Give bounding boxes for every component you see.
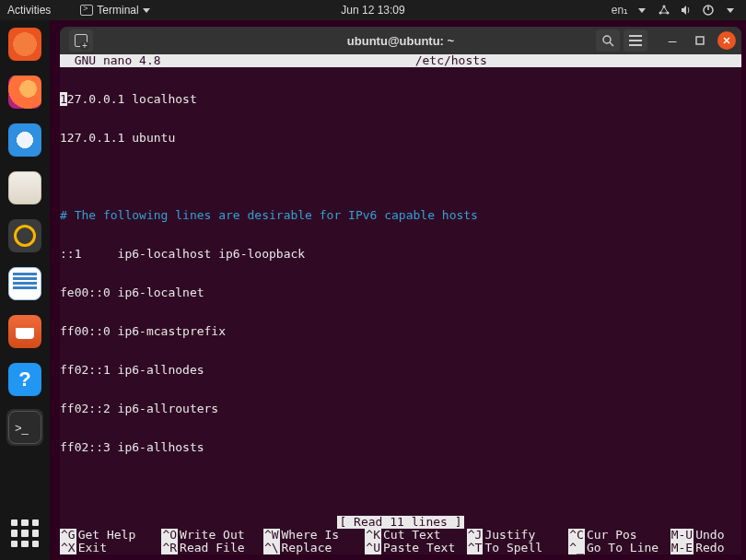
files-icon [8, 171, 41, 204]
shortcut-undo: M-UUndo [670, 529, 741, 542]
dock-item-rhythmbox[interactable] [6, 217, 43, 254]
shortcut-help: ^GGet Help [60, 529, 161, 542]
close-icon [722, 36, 731, 45]
shortcut-paste: ^UPaste Text [365, 542, 466, 554]
desktop: ubuntu@ubuntu: ~ ‒ GNU nano 4.8 [50, 20, 746, 560]
nano-buffer[interactable]: 127.0.0.1 localhost 127.0.1.1 ubuntu # T… [60, 67, 741, 516]
clock[interactable]: Jun 12 13:09 [341, 4, 404, 17]
shortcut-exit: ^XExit [60, 542, 161, 554]
app-menu-label: Terminal [97, 4, 138, 17]
show-applications-button[interactable] [11, 519, 39, 547]
dock-item-files[interactable] [6, 169, 43, 206]
nano-filename: /etc/hosts [415, 54, 487, 67]
terminal-content[interactable]: GNU nano 4.8 /etc/hosts 127.0.0.1 localh… [60, 54, 741, 554]
nano-header: GNU nano 4.8 /etc/hosts [60, 54, 741, 67]
dock-item-thunderbird[interactable] [6, 122, 43, 158]
svg-line-6 [610, 42, 613, 46]
nano-version: GNU nano 4.8 [60, 54, 161, 67]
new-tab-button[interactable] [69, 29, 93, 52]
shortcut-spell: ^TTo Spell [467, 542, 568, 554]
nano-status-bar: [ Read 11 lines ] [60, 516, 741, 529]
shortcut-replace: ^\Replace [263, 542, 365, 554]
svg-point-5 [603, 36, 611, 43]
chevron-down-icon [635, 4, 648, 17]
power-icon[interactable] [702, 4, 715, 17]
help-icon: ? [8, 363, 41, 396]
shortcut-readfile: ^RRead File [161, 542, 262, 554]
thunderbird-icon [8, 123, 41, 157]
search-icon [601, 34, 614, 47]
dock-item-writer[interactable] [6, 265, 43, 302]
menu-button[interactable] [624, 29, 647, 52]
nano-status-message: [ Read 11 lines ] [337, 516, 463, 529]
search-button[interactable] [596, 29, 620, 52]
svg-rect-7 [696, 37, 704, 44]
volume-icon[interactable] [680, 4, 693, 17]
new-tab-icon [75, 34, 87, 47]
nano-cursor: 1 [60, 92, 67, 106]
terminal-icon: >_ [8, 411, 41, 444]
minimize-button[interactable]: ‒ [660, 29, 684, 52]
chevron-down-icon [143, 8, 150, 13]
shortcut-writeout: ^OWrite Out [161, 529, 262, 542]
window-title: ubuntu@ubuntu: ~ [347, 34, 454, 48]
dock-item-firefox[interactable] [6, 74, 43, 111]
dock-item-ubuntu[interactable] [6, 26, 43, 63]
terminal-window: ubuntu@ubuntu: ~ ‒ GNU nano 4.8 [60, 27, 741, 554]
nano-shortcut-bar: ^GGet Help ^OWrite Out ^WWhere Is ^KCut … [60, 529, 741, 554]
shortcut-justify: ^JJustify [467, 529, 568, 542]
shortcut-goto: ^_Go To Line [568, 542, 670, 554]
gnome-top-bar: Activities Terminal Jun 12 13:09 en₁ [0, 0, 746, 20]
dock-item-help[interactable]: ? [6, 361, 43, 398]
speaker-icon [8, 219, 41, 252]
maximize-button[interactable] [688, 29, 712, 52]
activities-button[interactable]: Activities [7, 4, 51, 17]
shortcut-redo: M-ERedo [670, 542, 741, 554]
shortcut-curpos: ^CCur Pos [568, 529, 670, 542]
close-button[interactable] [717, 31, 736, 50]
ubuntu-icon [8, 28, 41, 61]
terminal-icon [80, 5, 93, 16]
app-menu[interactable]: Terminal [75, 4, 155, 17]
network-icon[interactable] [658, 4, 670, 17]
document-icon [8, 267, 41, 300]
shopping-bag-icon [8, 315, 41, 348]
shortcut-whereis: ^WWhere Is [263, 529, 365, 542]
shortcut-cut: ^KCut Text [365, 529, 466, 542]
dock: ? >_ [0, 20, 50, 560]
dock-item-software[interactable] [6, 313, 43, 350]
language-indicator[interactable]: en₁ [613, 4, 626, 17]
window-titlebar[interactable]: ubuntu@ubuntu: ~ ‒ [60, 27, 741, 54]
chevron-down-icon [724, 4, 737, 17]
maximize-icon [695, 36, 705, 45]
hamburger-icon [629, 35, 642, 46]
nano-comment-line: # The following lines are desirable for … [60, 209, 741, 222]
dock-item-terminal[interactable]: >_ [6, 409, 43, 446]
firefox-icon [8, 76, 41, 109]
